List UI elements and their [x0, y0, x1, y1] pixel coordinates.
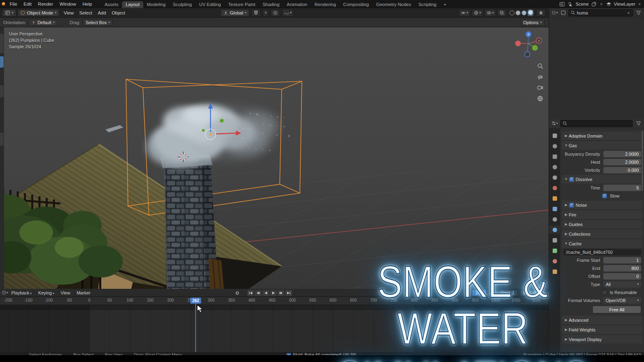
timeline-ruler[interactable]: -200-150-100-500501001502002503003504004…: [0, 297, 549, 305]
dropdown-type[interactable]: All▾: [603, 281, 641, 288]
checkbox-noise[interactable]: [569, 203, 574, 208]
scene-name[interactable]: Scene: [576, 2, 589, 6]
workspace-tab-uv-editing[interactable]: UV Editing: [196, 1, 225, 8]
overlays-dropdown[interactable]: ▾: [485, 9, 496, 16]
properties-tab-particles[interactable]: [549, 215, 560, 223]
properties-tab-object-data[interactable]: [549, 247, 560, 255]
filter-icon[interactable]: [635, 120, 642, 127]
properties-tab-render[interactable]: [549, 142, 560, 150]
drag-mode-dropdown[interactable]: Select Box ▾: [83, 19, 113, 26]
menu-render[interactable]: Render: [35, 0, 56, 8]
value-vorticity[interactable]: 0.000: [603, 167, 641, 173]
workspace-tab-compositing[interactable]: Compositing: [340, 1, 373, 8]
properties-tab-world[interactable]: [549, 184, 560, 192]
prop-section-collections[interactable]: ▶Collections: [562, 230, 642, 238]
cache-path-field[interactable]: //cache_fluid_848cd750: [564, 249, 641, 255]
outliner-body[interactable]: [549, 18, 644, 119]
properties-search-input[interactable]: [560, 120, 633, 127]
current-frame-field[interactable]: 262: [472, 290, 486, 296]
workspace-tab-scripting[interactable]: Scripting: [415, 1, 440, 8]
timeline-menu-view[interactable]: View: [58, 290, 74, 295]
clear-search-icon[interactable]: ×: [627, 10, 631, 15]
shading-rendered-button[interactable]: [528, 10, 533, 15]
properties-tab-output[interactable]: [549, 152, 560, 160]
gizmo-x-neg-axis[interactable]: [515, 41, 521, 46]
proportional-falloff-dropdown[interactable]: ▾: [282, 9, 293, 16]
properties-tab-constraints[interactable]: [549, 236, 560, 244]
workspace-tab-geometry-nodes[interactable]: Geometry Nodes: [373, 1, 415, 8]
object-mode-dropdown[interactable]: Object Mode ▾: [18, 9, 59, 16]
frame-end-field[interactable]: End 800: [520, 290, 544, 296]
workspace-tab-sculpting[interactable]: Sculpting: [169, 1, 195, 8]
navigation-gizmo[interactable]: Z X: [514, 30, 546, 60]
timeline-menu-keying[interactable]: Keying ▾: [35, 290, 58, 295]
options-dropdown[interactable]: Options ▾: [520, 19, 545, 26]
jump-start-button[interactable]: [247, 290, 254, 296]
timeline-tracks[interactable]: [0, 305, 549, 352]
gizmo-z-neg-axis[interactable]: [525, 52, 530, 57]
outliner-editor-icon[interactable]: ▾: [551, 10, 558, 16]
prev-keyframe-button[interactable]: [255, 290, 262, 296]
unlink-scene-icon[interactable]: ×: [599, 2, 603, 6]
properties-tab-view-layer[interactable]: [549, 163, 560, 171]
stopwatch-icon[interactable]: [489, 290, 495, 296]
menu-file[interactable]: File: [6, 0, 21, 8]
playhead[interactable]: [195, 298, 196, 352]
outliner-search-input[interactable]: huma ×: [568, 9, 633, 16]
menu-edit[interactable]: Edit: [21, 0, 35, 8]
value-heat[interactable]: 2.0000: [603, 159, 641, 165]
checkbox-dissolve[interactable]: [569, 177, 574, 182]
workspace-tab-shading[interactable]: Shading: [259, 1, 283, 8]
value-time[interactable]: 5: [603, 185, 641, 191]
scrollbar[interactable]: [642, 131, 643, 191]
next-keyframe-button[interactable]: [278, 290, 285, 296]
viewport-menu-object[interactable]: Object: [109, 10, 128, 15]
orthographic-toggle-button[interactable]: [535, 94, 545, 103]
prop-section-noise[interactable]: ▶Noise: [562, 201, 642, 209]
value-end[interactable]: 800: [603, 265, 641, 272]
remove-view-layer-icon[interactable]: ×: [638, 2, 642, 6]
workspace-tab-animation[interactable]: Animation: [283, 1, 311, 8]
shading-wireframe-button[interactable]: [510, 10, 514, 15]
editor-type-dropdown[interactable]: ▾: [2, 9, 16, 16]
prop-section-advanced[interactable]: ▶Advanced: [562, 316, 642, 324]
strip-tab[interactable]: [0, 133, 4, 146]
timeline-menu-playback[interactable]: Playback ▾: [8, 290, 35, 295]
prop-section-guides[interactable]: ▶Guides: [562, 220, 642, 228]
snapping-dropdown[interactable]: ▾: [263, 9, 268, 16]
transform-orientation-dropdown[interactable]: Global ▾: [221, 9, 249, 16]
dropdown-format-volumes[interactable]: OpenVDB▾: [603, 297, 641, 304]
properties-editor-icon[interactable]: ▾: [551, 120, 558, 127]
play-button[interactable]: [270, 290, 277, 296]
outliner-display-mode-icon[interactable]: [560, 10, 566, 16]
proportional-editing-toggle[interactable]: [271, 9, 280, 16]
workspace-tab-layout[interactable]: Layout: [122, 1, 143, 8]
camera-view-button[interactable]: [535, 83, 545, 93]
menu-help[interactable]: Help: [79, 0, 95, 8]
properties-tab-object[interactable]: [549, 194, 560, 202]
prop-section-cache[interactable]: ▼Cache: [562, 239, 642, 248]
auto-keying-button[interactable]: [234, 290, 241, 296]
workspace-tab-assets[interactable]: Assets: [101, 1, 122, 8]
gizmos-dropdown[interactable]: ▾: [472, 9, 483, 16]
pause-render-button[interactable]: [537, 9, 545, 16]
move-view-button[interactable]: [535, 72, 545, 82]
workspace-tab-modeling[interactable]: Modeling: [143, 1, 169, 8]
workspace-tab-texture-paint[interactable]: Texture Paint: [225, 1, 259, 8]
zoom-button[interactable]: [535, 61, 545, 71]
viewport-menu-select[interactable]: Select: [76, 10, 95, 15]
jump-end-button[interactable]: [285, 290, 292, 296]
blender-logo-icon[interactable]: [0, 1, 6, 7]
checkbox-slow[interactable]: [602, 193, 607, 198]
show-hide-dropdown[interactable]: ▾: [459, 9, 470, 16]
strip-tab[interactable]: [0, 85, 4, 97]
checkbox-is-resumable[interactable]: [602, 290, 607, 295]
screen-layout-icon[interactable]: [559, 1, 565, 7]
frame-start-field[interactable]: Start 1: [497, 290, 518, 296]
orientation-default-dropdown[interactable]: Default ▾: [29, 19, 58, 26]
strip-tab-active[interactable]: [0, 56, 4, 68]
new-scene-icon[interactable]: [591, 1, 597, 7]
play-reverse-button[interactable]: [262, 290, 269, 296]
3d-viewport[interactable]: User Perspective (262) Pumpkins | Cube S…: [4, 27, 549, 289]
value-frame-start[interactable]: 1: [603, 257, 641, 263]
